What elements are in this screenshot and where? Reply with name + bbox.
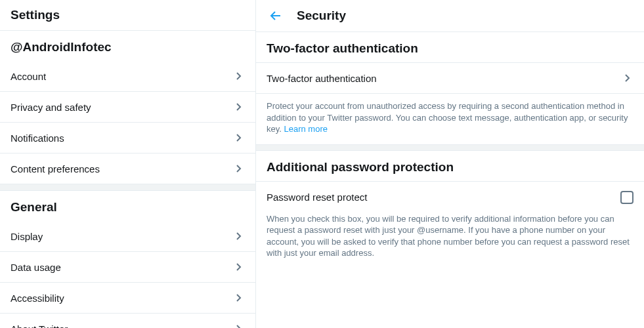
nav-label: Account [11,71,46,82]
nav-label: Notifications [11,133,64,144]
nav-content-preferences[interactable]: Content preferences [0,154,255,184]
learn-more-link[interactable]: Learn more [284,124,328,134]
section-divider [256,144,644,151]
chevron-right-icon [233,323,245,328]
settings-sidebar: Settings @AndroidInfotec Account Privacy… [0,0,256,328]
page-title: Security [297,9,346,23]
chevron-right-icon [233,101,245,113]
nav-privacy-safety[interactable]: Privacy and safety [0,92,255,123]
nav-notifications[interactable]: Notifications [0,123,255,154]
nav-accessibility[interactable]: Accessibility [0,283,255,314]
chevron-right-icon [233,261,245,273]
chevron-right-icon [233,163,245,174]
chevron-right-icon [233,230,245,242]
section-divider [0,184,255,191]
twofa-heading: Two-factor authentication [256,32,644,63]
account-handle: @AndroidInfotec [0,31,255,61]
back-button[interactable] [267,7,285,25]
nav-label: Data usage [11,262,61,273]
nav-label: Content preferences [11,163,100,174]
main-header: Security [256,0,644,32]
nav-label: About Twitter [11,323,68,329]
twofa-row[interactable]: Two-factor authentication [256,63,644,94]
chevron-right-icon [233,132,245,144]
general-section-title: General [0,191,255,221]
chevron-right-icon [233,70,245,82]
additional-heading: Additional password protection [256,151,644,182]
password-reset-protect-row: Password reset protect [256,182,644,213]
arrow-left-icon [269,9,282,22]
main-panel: Security Two-factor authentication Two-f… [256,0,644,328]
password-reset-label: Password reset protect [267,192,367,203]
password-reset-checkbox[interactable] [620,191,633,204]
password-reset-description: When you check this box, you will be req… [256,213,644,268]
nav-label: Accessibility [11,293,64,304]
nav-label: Privacy and safety [11,102,91,113]
chevron-right-icon [622,72,633,84]
nav-display[interactable]: Display [0,221,255,252]
nav-about-twitter[interactable]: About Twitter [0,314,255,328]
nav-data-usage[interactable]: Data usage [0,252,255,283]
nav-label: Display [11,231,43,242]
chevron-right-icon [233,292,245,304]
settings-title: Settings [0,0,255,31]
twofa-description: Protect your account from unauthorized a… [256,94,644,144]
twofa-row-label: Two-factor authentication [267,73,377,84]
nav-account[interactable]: Account [0,61,255,92]
